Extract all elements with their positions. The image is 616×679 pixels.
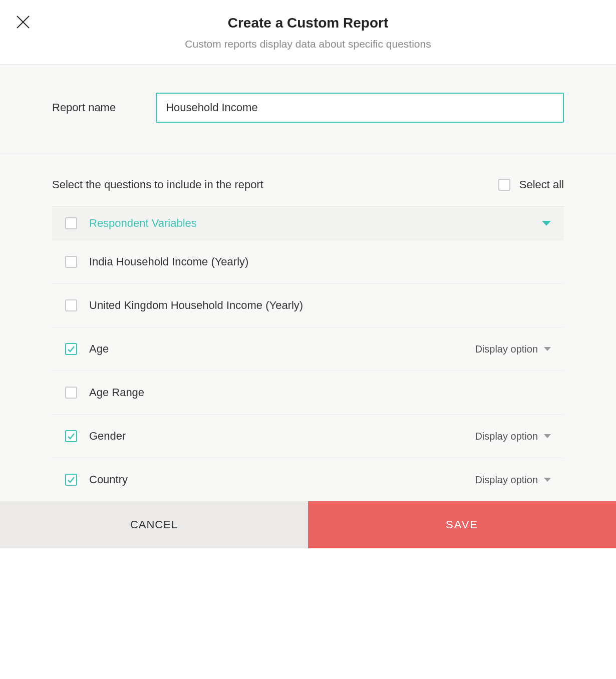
modal-title: Create a Custom Report (0, 15, 616, 31)
checkmark-icon (67, 432, 75, 440)
question-list: India Household Income (Yearly)United Ki… (52, 240, 564, 501)
question-label: Country (89, 473, 463, 486)
question-label: United Kingdom Household Income (Yearly) (89, 299, 551, 312)
question-label: Age Range (89, 386, 551, 399)
chevron-down-icon (544, 347, 551, 351)
question-checkbox[interactable] (65, 299, 77, 311)
display-option-label: Display option (475, 431, 538, 442)
chevron-down-icon (542, 221, 551, 226)
question-checkbox[interactable] (65, 387, 77, 399)
report-name-label: Report name (52, 101, 116, 114)
questions-header-row: Select the questions to include in the r… (52, 178, 564, 191)
group-checkbox[interactable] (65, 217, 77, 229)
save-button[interactable]: SAVE (308, 501, 616, 548)
select-all-checkbox[interactable] (498, 179, 510, 191)
question-item: CountryDisplay option (52, 458, 564, 501)
question-item: GenderDisplay option (52, 415, 564, 458)
question-checkbox[interactable] (65, 343, 77, 355)
modal-footer: CANCEL SAVE (0, 501, 616, 548)
chevron-down-icon (544, 434, 551, 438)
questions-section: Select the questions to include in the r… (0, 153, 616, 501)
close-icon (15, 14, 31, 30)
cancel-button[interactable]: CANCEL (0, 501, 308, 548)
display-option-dropdown[interactable]: Display option (475, 431, 551, 442)
select-all-wrap: Select all (498, 178, 564, 191)
group-title: Respondent Variables (89, 217, 530, 230)
question-item: AgeDisplay option (52, 327, 564, 371)
modal-header: Create a Custom Report Custom reports di… (0, 0, 616, 65)
modal-subtitle: Custom reports display data about specif… (0, 38, 616, 50)
question-label: India Household Income (Yearly) (89, 255, 551, 268)
question-checkbox[interactable] (65, 474, 77, 486)
report-name-section: Report name (0, 65, 616, 153)
question-label: Gender (89, 430, 463, 443)
report-name-input[interactable] (156, 93, 564, 123)
question-checkbox[interactable] (65, 256, 77, 268)
close-button[interactable] (15, 14, 31, 30)
question-checkbox[interactable] (65, 430, 77, 442)
question-group-header[interactable]: Respondent Variables (52, 206, 564, 240)
question-label: Age (89, 343, 463, 356)
display-option-dropdown[interactable]: Display option (475, 344, 551, 355)
display-option-label: Display option (475, 344, 538, 355)
checkmark-icon (67, 345, 75, 353)
select-all-label: Select all (519, 178, 564, 191)
question-item: India Household Income (Yearly) (52, 240, 564, 284)
chevron-down-icon (544, 478, 551, 482)
display-option-label: Display option (475, 474, 538, 486)
display-option-dropdown[interactable]: Display option (475, 474, 551, 486)
question-item: Age Range (52, 371, 564, 415)
question-item: United Kingdom Household Income (Yearly) (52, 284, 564, 327)
questions-prompt: Select the questions to include in the r… (52, 178, 263, 191)
checkmark-icon (67, 476, 75, 484)
